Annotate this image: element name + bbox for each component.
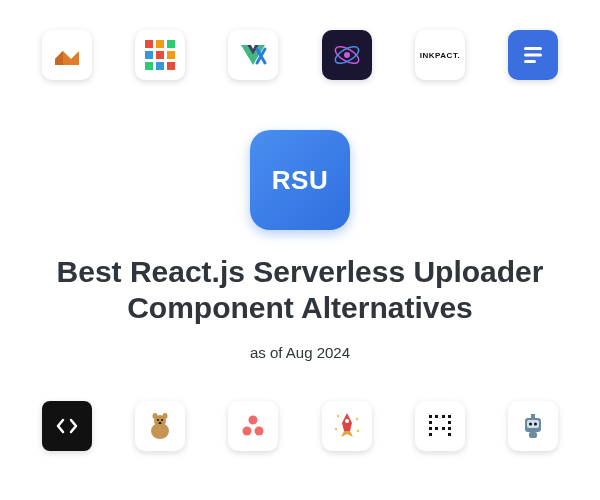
svg-rect-3 (145, 51, 153, 59)
svg-point-18 (162, 413, 167, 419)
svg-rect-0 (145, 40, 153, 48)
svg-rect-12 (524, 47, 542, 50)
svg-point-21 (158, 422, 161, 424)
svg-rect-39 (448, 427, 451, 430)
lines-app-icon[interactable] (508, 30, 558, 80)
svg-rect-30 (429, 415, 432, 418)
page-subtitle: as of Aug 2024 (250, 344, 350, 361)
svg-point-11 (344, 52, 350, 58)
svg-rect-8 (167, 62, 175, 70)
svg-rect-2 (167, 40, 175, 48)
svg-point-17 (152, 413, 157, 419)
asana-dots-icon[interactable] (228, 401, 278, 451)
animal-icon[interactable] (135, 401, 185, 451)
svg-point-20 (161, 419, 163, 421)
svg-point-19 (157, 419, 159, 421)
vue-app-icon[interactable] (228, 30, 278, 80)
robot-icon[interactable] (508, 401, 558, 451)
hero-badge-text: RSU (272, 165, 328, 196)
inkpact-label: INKPACT. (420, 51, 460, 60)
svg-rect-1 (156, 40, 164, 48)
svg-rect-4 (156, 51, 164, 59)
svg-point-24 (255, 427, 264, 436)
hero-block: RSU Best React.js Serverless Uploader Co… (0, 120, 600, 381)
grid-app-icon[interactable] (135, 30, 185, 80)
svg-point-23 (243, 427, 252, 436)
svg-rect-6 (145, 62, 153, 70)
svg-rect-32 (442, 415, 445, 418)
top-icon-row: INKPACT. (0, 0, 600, 120)
svg-rect-35 (448, 421, 451, 424)
svg-rect-41 (448, 433, 451, 436)
svg-rect-31 (435, 415, 438, 418)
svg-rect-13 (524, 54, 542, 57)
svg-point-29 (356, 430, 358, 432)
svg-point-28 (334, 428, 336, 430)
svg-rect-46 (529, 432, 537, 438)
svg-rect-43 (527, 420, 539, 428)
svg-rect-40 (429, 433, 432, 436)
svg-point-45 (534, 423, 537, 426)
svg-rect-14 (524, 60, 536, 63)
svg-rect-38 (442, 427, 445, 430)
svg-point-26 (336, 415, 338, 417)
inkpact-icon[interactable]: INKPACT. (415, 30, 465, 80)
hero-app-icon[interactable]: RSU (250, 130, 350, 230)
svg-point-44 (529, 423, 532, 426)
preact-icon[interactable] (322, 30, 372, 80)
svg-rect-34 (429, 421, 432, 424)
svg-point-27 (355, 418, 357, 420)
svg-point-25 (345, 419, 349, 423)
svg-rect-47 (531, 414, 535, 418)
svg-rect-36 (429, 427, 432, 430)
immer-icon[interactable] (42, 30, 92, 80)
svg-rect-33 (448, 415, 451, 418)
svg-rect-5 (167, 51, 175, 59)
letter-a-icon[interactable] (415, 401, 465, 451)
bottom-icon-row (0, 381, 600, 481)
rocket-icon[interactable] (322, 401, 372, 451)
code-icon[interactable] (42, 401, 92, 451)
svg-rect-7 (156, 62, 164, 70)
svg-point-22 (249, 416, 258, 425)
svg-rect-37 (435, 427, 438, 430)
page-title: Best React.js Serverless Uploader Compon… (20, 254, 580, 326)
